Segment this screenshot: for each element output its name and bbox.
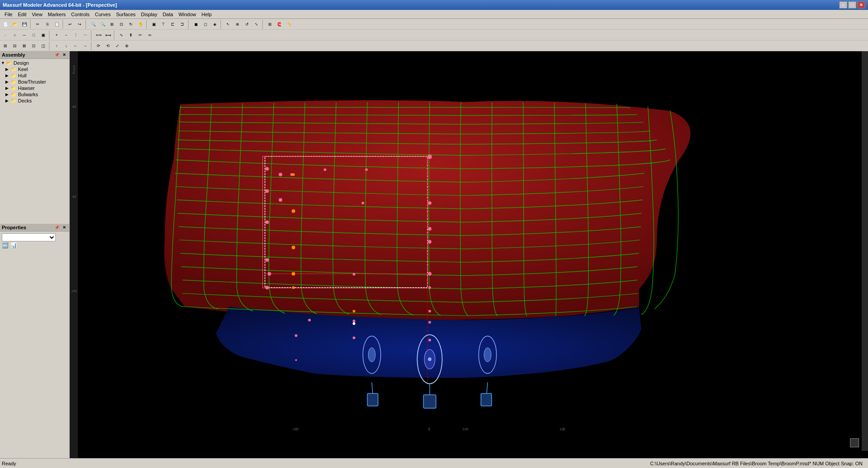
ruler-tick-neg90: -90 [72,195,76,198]
menu-window[interactable]: Window [176,11,199,18]
right-scrollbar[interactable] [862,51,868,451]
tb3-12[interactable]: ⤢ [113,41,122,50]
menu-view[interactable]: View [29,11,45,18]
svg-point-25 [353,337,355,339]
svg-point-11 [265,220,269,224]
tb-paste[interactable]: 📋 [52,20,61,29]
tb2-trim[interactable]: ✂ [136,31,145,40]
tb-shade[interactable]: ◼ [191,20,200,29]
tb-side[interactable]: ⊐ [178,20,187,29]
svg-point-19 [265,286,269,290]
tree-item-keel[interactable]: ▶ 📁 Keel [0,66,69,72]
menu-file[interactable]: File [2,11,15,18]
folder-hull-icon: 📁 [11,73,17,78]
tb-open[interactable]: 📂 [10,20,19,29]
tree-item-hull[interactable]: ▶ 📁 Hull [0,72,69,79]
tb2-face[interactable]: □ [29,31,38,40]
tb2-ctrl[interactable]: ○ [10,31,19,40]
tb3-13[interactable]: ⊕ [122,41,131,50]
tb-front[interactable]: ⊏ [168,20,177,29]
tb-cut[interactable]: ✂ [33,20,42,29]
tb3-10[interactable]: ⟳ [94,41,103,50]
tb-snap[interactable]: 🧲 [275,20,284,29]
tree-item-decks[interactable]: ▶ 📁 Decks [0,98,69,104]
tb2-extr[interactable]: ⬆ [126,31,135,40]
tb-zoom-sel[interactable]: ⊡ [117,20,126,29]
tb-save[interactable]: 💾 [20,20,29,29]
menu-markers[interactable]: Markers [45,11,68,18]
toggle-hull: ▶ [5,73,11,78]
tree-item-hawser[interactable]: ▶ 📁 Hawser [0,85,69,91]
tb-grid[interactable]: ⊞ [265,20,274,29]
folder-decks-icon: 📁 [11,98,17,103]
tb2-obj[interactable]: ▣ [39,31,48,40]
tb-select[interactable]: ↖ [224,20,233,29]
tb3-7[interactable]: ↓ [62,41,71,50]
tb2-loft[interactable]: ∿ [117,31,126,40]
prop-sort-row: 🔤 📊 [2,241,67,250]
tree-item-bulwarks[interactable]: ▶ 📁 Bulwarks [0,91,69,98]
menu-help[interactable]: Help [199,11,215,18]
svg-point-13 [428,240,432,244]
tb2-edge[interactable]: ─ [20,31,29,40]
assembly-pin-btn[interactable]: 📌 [53,53,61,57]
tree-item-bowthruster[interactable]: ▶ 📁 BowThruster [0,79,69,85]
tb-undo[interactable]: ↩ [66,20,75,29]
properties-pin-btn[interactable]: 📌 [53,225,61,230]
properties-content: 🔤 📊 [0,232,69,251]
tb3-9[interactable]: → [81,41,90,50]
tb-rotate2[interactable]: ↺ [243,20,252,29]
tb-move[interactable]: ⊕ [233,20,242,29]
tb-pan[interactable]: ✋ [136,20,145,29]
assembly-close-btn[interactable]: ✕ [61,53,67,57]
tb-zoom-in[interactable]: 🔍 [89,20,98,29]
tb-scale[interactable]: ⤡ [252,20,261,29]
svg-point-8 [279,198,282,202]
title-bar-buttons: − □ ✕ [839,1,865,9]
sep7 [262,20,264,29]
menu-data[interactable]: Data [160,11,175,18]
properties-close-btn[interactable]: ✕ [61,225,67,230]
tb2-join[interactable]: ⋯ [81,31,90,40]
menu-display[interactable]: Display [138,11,160,18]
tb-measure[interactable]: 📏 [284,20,293,29]
tb-copy[interactable]: ⎘ [43,20,52,29]
tb2-add[interactable]: + [52,31,61,40]
tb3-6[interactable]: ↑ [52,41,61,50]
tb2-del[interactable]: − [62,31,71,40]
menu-controls[interactable]: Controls [68,11,92,18]
tb-zoom-all[interactable]: ⊞ [108,20,117,29]
tb2-pts[interactable]: · [1,31,10,40]
tb2-sym[interactable]: ⟺ [94,31,103,40]
tb2-split[interactable]: ⋮ [71,31,80,40]
properties-dropdown[interactable] [2,233,56,241]
viewport-3d[interactable]: Pitch -80 -90 -150 [70,51,868,458]
tb3-11[interactable]: ⟲ [103,41,112,50]
tb3-5[interactable]: ◫ [39,41,48,50]
svg-rect-45 [423,395,436,408]
tb-persp[interactable]: ▣ [149,20,158,29]
tb-rotate[interactable]: ↻ [126,20,135,29]
tb3-2[interactable]: ⊟ [10,41,19,50]
toggle-bowthruster: ▶ [5,80,11,84]
tb-top[interactable]: ⊤ [159,20,168,29]
tb2-mir[interactable]: ⟷ [103,31,112,40]
tb2-blend[interactable]: ∞ [145,31,154,40]
close-button[interactable]: ✕ [857,1,865,9]
tb3-4[interactable]: ⊡ [29,41,38,50]
status-bar: Ready C:\Users\Randy\Documents\Maxsurf R… [0,458,868,468]
tb3-3[interactable]: ⊠ [20,41,29,50]
tb-new[interactable]: 📄 [1,20,10,29]
maximize-button[interactable]: □ [848,1,856,9]
tb3-1[interactable]: ⊞ [1,41,10,50]
tb-wire[interactable]: ◻ [201,20,210,29]
tree-item-design[interactable]: ▼ 📂 Design [0,60,69,66]
tb-zoom-out[interactable]: 🔍 [98,20,107,29]
menu-curves[interactable]: Curves [92,11,113,18]
tb3-8[interactable]: ← [71,41,80,50]
menu-surfaces[interactable]: Surfaces [113,11,138,18]
minimize-button[interactable]: − [839,1,847,9]
menu-edit[interactable]: Edit [15,11,29,18]
tb-render[interactable]: ◈ [210,20,219,29]
tb-redo[interactable]: ↪ [75,20,84,29]
